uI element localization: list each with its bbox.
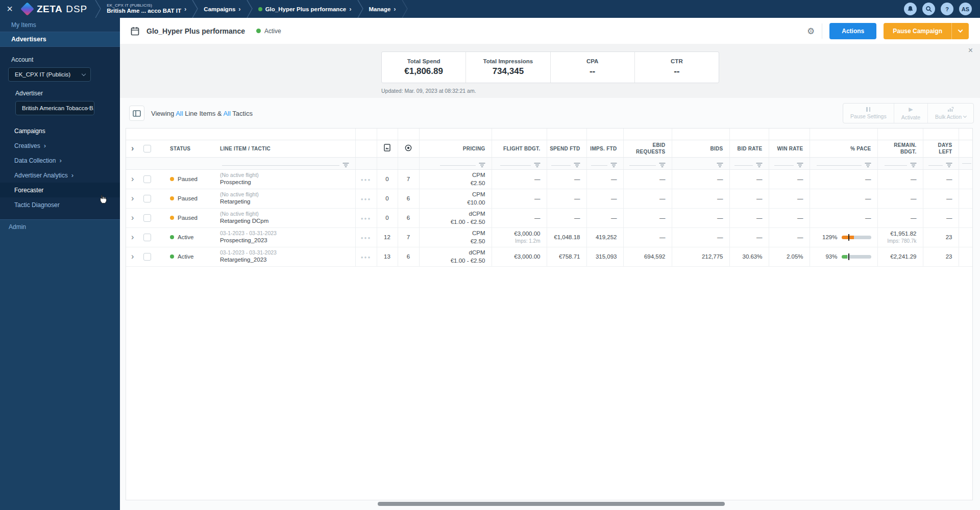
row-menu-icon[interactable]: ●●●: [361, 216, 372, 221]
row-checkbox[interactable]: [143, 195, 151, 202]
play-icon: ▶: [909, 106, 913, 113]
col-tactics[interactable]: [398, 140, 419, 157]
spacer-cell: [959, 227, 972, 247]
tactics-count-cell: 7: [398, 227, 419, 247]
pause-campaign-button[interactable]: Pause Campaign: [884, 23, 969, 39]
expand-row-icon[interactable]: ›: [126, 213, 134, 222]
zeta-dsp-logo[interactable]: ZETADSP: [19, 4, 94, 15]
breadcrumb-advertiser[interactable]: EK_CPX IT (PUBLICIS) British Ame ... acc…: [102, 3, 191, 14]
pause-settings-button[interactable]: Pause Settings: [843, 104, 894, 123]
select-all-checkbox[interactable]: [143, 145, 151, 152]
breadcrumb-campaign[interactable]: Glo_Hyper Plus performance ›: [253, 5, 357, 13]
advertiser-label: Advertiser: [0, 90, 120, 97]
expand-row-icon[interactable]: ›: [126, 174, 134, 184]
pricing-type: dCPM: [420, 210, 485, 218]
filter-bids[interactable]: [672, 157, 729, 169]
sidebar-item-campaigns[interactable]: Campaigns: [0, 123, 120, 138]
col-win-rate[interactable]: WIN RATE: [769, 140, 810, 157]
row-menu-cell: ●●●: [355, 227, 377, 247]
sidebar-item-advertiser-analytics[interactable]: Advertiser Analytics›: [0, 168, 120, 183]
gear-icon[interactable]: ⚙: [807, 26, 815, 36]
filter-bid-rate[interactable]: [729, 157, 769, 169]
row-menu-icon[interactable]: ●●●: [361, 177, 372, 182]
horizontal-scrollbar[interactable]: [378, 502, 725, 506]
col-line-item[interactable]: LINE ITEM / TACTIC: [220, 140, 355, 157]
help-button[interactable]: ?: [941, 3, 953, 15]
view-toggle-button[interactable]: [129, 106, 144, 121]
filter-days-left[interactable]: [923, 157, 959, 169]
row-checkbox[interactable]: [143, 253, 151, 261]
sidebar-item-creatives[interactable]: Creatives›: [0, 138, 120, 153]
top-bar: × ZETADSP EK_CPX IT (PUBLICIS) British A…: [0, 0, 980, 18]
status-label: Paused: [178, 176, 198, 182]
row-checkbox[interactable]: [143, 214, 151, 222]
col-flight-budget[interactable]: FLIGHT BDGT.: [492, 140, 547, 157]
col-bid-rate[interactable]: BID RATE: [729, 140, 769, 157]
expand-row-icon[interactable]: ›: [126, 233, 134, 242]
expand-row-icon[interactable]: ›: [126, 252, 134, 261]
line-item-name[interactable]: Prospecting: [220, 178, 355, 187]
stat-total-impressions: Total Impressions 734,345: [465, 52, 550, 83]
row-menu-icon[interactable]: ●●●: [361, 197, 372, 201]
col-spend-ftd[interactable]: SPEND FTD: [547, 140, 586, 157]
filter-spend-ftd[interactable]: [547, 157, 586, 169]
notifications-button[interactable]: [904, 3, 917, 15]
col-imgs[interactable]: [377, 140, 398, 157]
flight-budget-value: —: [492, 175, 541, 183]
sidebar-item-my-items[interactable]: My Items: [0, 18, 120, 32]
col-pace[interactable]: % PACE: [810, 140, 877, 157]
account-select[interactable]: EK_CPX IT (Publicis): [8, 67, 91, 82]
filter-ebid-requests[interactable]: [623, 157, 672, 169]
table-row: ›Active03-1-2023 - 03-31-2023Retargeting…: [126, 247, 972, 266]
flight-budget-value: —: [492, 194, 541, 202]
filter-win-rate[interactable]: [769, 157, 810, 169]
activate-button[interactable]: ▶ Activate: [894, 104, 927, 123]
filter-line-item[interactable]: [220, 157, 355, 169]
line-item-name[interactable]: Retargeting_2023: [220, 256, 355, 264]
row-checkbox[interactable]: [143, 175, 151, 183]
filter-imps-ftd[interactable]: [586, 157, 623, 169]
status-cell: Paused: [163, 208, 220, 227]
line-item-name[interactable]: Retargeting: [220, 198, 355, 206]
col-imps-ftd[interactable]: IMPS. FTD: [586, 140, 623, 157]
filter-flight-budget[interactable]: [492, 157, 547, 169]
flight-dates: 03-1-2023 - 03-31-2023: [220, 249, 355, 256]
col-remaining-budget[interactable]: REMAIN. BDGT.: [877, 140, 923, 157]
col-pricing[interactable]: PRICING: [419, 140, 492, 157]
close-stats-icon[interactable]: ×: [968, 46, 973, 55]
filter-all-line-items[interactable]: All: [176, 110, 183, 117]
line-item-name[interactable]: Retargeting DCpm: [220, 217, 355, 225]
breadcrumb-campaigns[interactable]: Campaigns ›: [199, 5, 246, 13]
actions-button[interactable]: Actions: [829, 23, 876, 39]
col-bids[interactable]: BIDS: [672, 140, 729, 157]
tactics-count-cell: 6: [398, 189, 419, 208]
stats-card: Total Spend €1,806.89 Total Impressions …: [381, 52, 719, 83]
sidebar-item-admin[interactable]: Admin: [0, 219, 120, 234]
bulk-action-button[interactable]: Bulk Action: [927, 104, 973, 123]
filter-pace[interactable]: [810, 157, 877, 169]
col-status[interactable]: STATUS: [163, 140, 220, 157]
col-days-left[interactable]: DAYS LEFT: [923, 140, 959, 157]
filter-pricing[interactable]: [419, 157, 492, 169]
checkbox-cell: [143, 208, 163, 227]
search-button[interactable]: [922, 3, 935, 15]
row-menu-icon[interactable]: ●●●: [361, 255, 372, 260]
tactics-count-cell: 6: [398, 208, 419, 227]
pause-campaign-dropdown[interactable]: [951, 23, 969, 39]
sidebar-item-advertisers[interactable]: Advertisers: [0, 32, 120, 47]
row-checkbox[interactable]: [143, 234, 151, 241]
sidebar-item-data-collection[interactable]: Data Collection›: [0, 153, 120, 168]
filter-remaining-budget[interactable]: [877, 157, 923, 169]
expand-all-icon[interactable]: ›: [126, 143, 134, 154]
col-ebid-requests[interactable]: EBID REQUESTS: [623, 140, 672, 157]
avatar[interactable]: AS: [959, 3, 972, 15]
spacer-cell: [959, 189, 972, 208]
close-icon[interactable]: ×: [0, 3, 19, 15]
breadcrumb-manage[interactable]: Manage ›: [364, 5, 401, 13]
line-item-name[interactable]: Prospecting_2023: [220, 237, 355, 245]
expand-row-icon[interactable]: ›: [126, 194, 134, 203]
filter-all-tactics[interactable]: All: [223, 110, 230, 117]
remaining-budget-cell: —: [877, 208, 923, 227]
row-menu-icon[interactable]: ●●●: [361, 236, 372, 240]
advertiser-select[interactable]: British American Tobacco B...: [15, 101, 94, 115]
